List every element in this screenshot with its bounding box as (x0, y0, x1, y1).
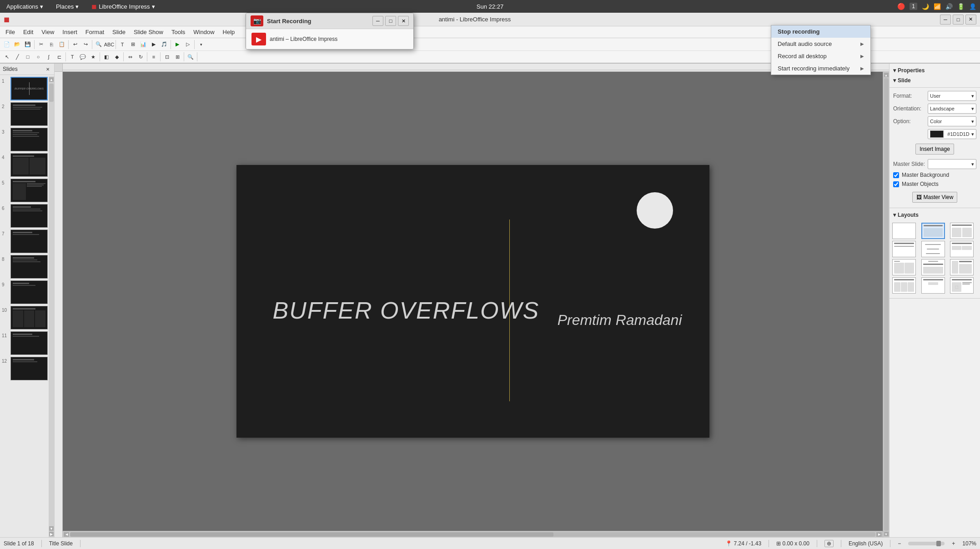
tb-sound[interactable]: 🎵 (159, 40, 169, 50)
tb-redo[interactable]: ↪ (80, 40, 90, 50)
app-menu[interactable]: ◼ LibreOffice Impress ▾ (89, 2, 157, 11)
h-scroll-track[interactable] (70, 532, 875, 537)
h-scroll-thumb[interactable] (70, 532, 553, 537)
slide-thumb-6[interactable] (10, 204, 48, 228)
tb-more[interactable]: ▾ (196, 40, 206, 50)
slides-panel-close[interactable]: ✕ (44, 65, 51, 73)
tb-arrow-select[interactable]: ↖ (2, 52, 12, 62)
layout-title-above[interactable] (921, 259, 945, 275)
zoom-out-btn[interactable]: − (898, 540, 901, 547)
slide-item-10[interactable]: 10 ⚠ (2, 306, 52, 329)
tb-stars[interactable]: ★ (88, 52, 98, 62)
ctx-default-audio[interactable]: Default audio source ▶ (771, 38, 870, 50)
tb-open[interactable]: 📂 (12, 40, 22, 50)
slide-author[interactable]: Premtim Ramadani (558, 312, 682, 329)
tb-movie[interactable]: ▶ (149, 40, 159, 50)
tb-table[interactable]: ⊞ (128, 40, 138, 50)
tb-paste[interactable]: 📋 (57, 40, 67, 50)
orientation-control[interactable]: Landscape ▾ (928, 104, 976, 114)
layouts-header[interactable]: ▾ Layouts (890, 210, 980, 220)
slides-scrollbar[interactable]: ▲ ▼ ▶ (49, 76, 54, 537)
tb-3d[interactable]: ◆ (112, 52, 122, 62)
menu-help[interactable]: Help (219, 27, 239, 37)
tb-new[interactable]: 📄 (2, 40, 12, 50)
close-button[interactable]: ✕ (965, 15, 976, 25)
editor-h-scrollbar[interactable]: ◀ ▶ (63, 531, 883, 537)
minimize-button[interactable]: ─ (940, 15, 951, 25)
slide-section-header[interactable]: ▾ Slide (890, 75, 980, 85)
slide-item-3[interactable]: 3 ⚠ (2, 128, 52, 151)
slide-thumb-3[interactable] (10, 128, 48, 151)
slide-thumb-4[interactable] (10, 153, 48, 177)
slide-add-btn[interactable]: ⊕ (824, 540, 834, 547)
slide-item-9[interactable]: 9 ⚠ (2, 280, 52, 304)
slide-item-11[interactable]: 11 ⚠ (2, 331, 52, 355)
tb-undo[interactable]: ↩ (70, 40, 80, 50)
slide-thumb-10[interactable] (10, 306, 48, 329)
master-bg-checkbox[interactable] (893, 172, 899, 178)
slide-item-4[interactable]: 4 ⚠ (2, 153, 52, 177)
ctx-stop-recording[interactable]: Stop recording (771, 25, 870, 38)
scroll-right[interactable]: ▶ (49, 532, 54, 536)
rec-maximize[interactable]: □ (385, 16, 396, 26)
tb-zoom-out[interactable]: 🔍 (94, 40, 104, 50)
main-slide[interactable]: BUFFER OVERFLOWS Premtim Ramadani (236, 165, 709, 438)
layout-four-content[interactable] (892, 259, 916, 275)
tb-copy[interactable]: ⎘ (46, 40, 56, 50)
menu-format[interactable]: Format (82, 27, 108, 37)
ctx-start-recording-immediately[interactable]: Start recording immediately ▶ (771, 62, 870, 75)
format-control[interactable]: User ▾ (928, 91, 976, 101)
layout-title-content[interactable] (921, 223, 945, 239)
layout-blank[interactable] (892, 223, 916, 239)
zoom-in-btn[interactable]: + (952, 540, 955, 547)
rec-minimize[interactable]: ─ (372, 16, 383, 26)
tb-zoom-tools[interactable]: 🔍 (186, 52, 196, 62)
tb-line[interactable]: ╱ (12, 52, 22, 62)
slide-item-12[interactable]: 12 ⚠ (2, 357, 52, 380)
menu-slideshow[interactable]: Slide Show (130, 27, 167, 37)
tb-text[interactable]: T (117, 40, 127, 50)
slide-thumb-9[interactable] (10, 280, 48, 304)
menu-tools[interactable]: Tools (168, 27, 189, 37)
tb-callout[interactable]: 💬 (78, 52, 88, 62)
tb-pos-size[interactable]: ⊞ (172, 52, 182, 62)
menu-insert[interactable]: Insert (59, 27, 81, 37)
tb-cut[interactable]: ✂ (36, 40, 46, 50)
tb-start[interactable]: ▶ (172, 40, 182, 50)
tb-group[interactable]: ⊡ (162, 52, 172, 62)
applications-menu[interactable]: Applications ▾ (4, 2, 46, 11)
tb-current[interactable]: ▷ (183, 40, 193, 50)
places-menu[interactable]: Places ▾ (53, 2, 81, 11)
tb-flip-h[interactable]: ⇔ (125, 52, 135, 62)
maximize-button[interactable]: □ (953, 15, 964, 25)
slide-thumb-5[interactable] (10, 179, 48, 202)
tb-spell[interactable]: ABC (104, 40, 114, 50)
slide-thumb-7[interactable] (10, 230, 48, 253)
slide-item-7[interactable]: 7 ⚠ (2, 230, 52, 253)
tb-connector[interactable]: ⊏ (54, 52, 64, 62)
tb-save[interactable]: 💾 (23, 40, 33, 50)
menu-edit[interactable]: Edit (20, 27, 37, 37)
option-control[interactable]: Color ▾ (928, 116, 976, 126)
slide-thumb-11[interactable] (10, 331, 48, 355)
menu-view[interactable]: View (38, 27, 58, 37)
color-control[interactable]: #1D1D1D ▾ (928, 129, 976, 139)
tb-text-box[interactable]: T (67, 52, 77, 62)
slide-item-5[interactable]: 5 (2, 179, 52, 202)
scroll-down[interactable]: ▼ (49, 526, 54, 531)
menu-file[interactable]: File (2, 27, 19, 37)
master-view-button[interactable]: 🖼 Master View (912, 192, 958, 203)
slide-item-8[interactable]: 8 ⚠ (2, 255, 52, 279)
h-scroll-left[interactable]: ◀ (64, 532, 69, 537)
layout-three-cols[interactable] (892, 277, 916, 294)
slide-viewport[interactable]: BUFFER OVERFLOWS Premtim Ramadani (63, 72, 883, 531)
tb-align[interactable]: ≡ (149, 52, 159, 62)
h-scroll-right[interactable]: ▶ (876, 532, 882, 537)
editor-area[interactable]: BUFFER OVERFLOWS Premtim Ramadani ◀ ▶ (63, 72, 883, 537)
slide-thumb-2[interactable] (10, 102, 48, 126)
v-scroll-down[interactable]: ▼ (884, 532, 889, 536)
master-slide-control[interactable]: ▾ (928, 159, 976, 169)
v-scroll-track[interactable] (884, 78, 889, 531)
tb-ellipse[interactable]: ○ (33, 52, 43, 62)
layout-org[interactable] (921, 277, 945, 294)
